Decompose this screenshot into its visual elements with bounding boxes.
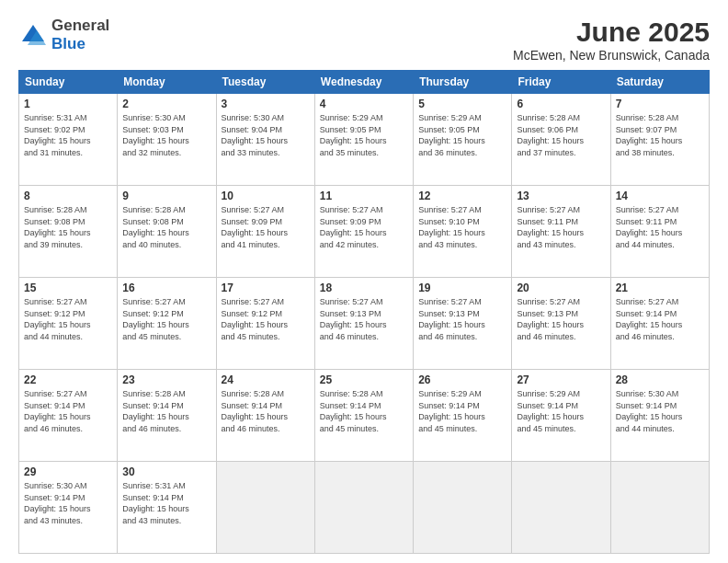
table-row: 17Sunrise: 5:27 AMSunset: 9:12 PMDayligh…	[216, 278, 314, 370]
day-number: 19	[418, 282, 506, 294]
day-info: Sunrise: 5:27 AMSunset: 9:11 PMDaylight:…	[616, 205, 683, 249]
table-row	[314, 462, 413, 554]
calendar-header-row: Sunday Monday Tuesday Wednesday Thursday…	[19, 71, 710, 94]
day-number: 29	[24, 465, 112, 478]
header: General Blue June 2025 McEwen, New Bruns…	[18, 17, 710, 63]
table-row: 3Sunrise: 5:30 AMSunset: 9:04 PMDaylight…	[216, 94, 314, 186]
day-number: 20	[517, 282, 605, 294]
header-sunday: Sunday	[19, 71, 118, 94]
table-row: 19Sunrise: 5:27 AMSunset: 9:13 PMDayligh…	[414, 278, 512, 370]
table-row: 23Sunrise: 5:28 AMSunset: 9:14 PMDayligh…	[118, 370, 216, 462]
header-wednesday: Wednesday	[314, 71, 413, 94]
table-row: 18Sunrise: 5:27 AMSunset: 9:13 PMDayligh…	[314, 278, 413, 370]
day-number: 27	[517, 373, 605, 386]
day-number: 1	[24, 98, 112, 110]
title-block: June 2025 McEwen, New Brunswick, Canada	[513, 17, 710, 63]
day-number: 22	[24, 373, 112, 386]
logo-icon	[18, 23, 48, 47]
day-info: Sunrise: 5:29 AMSunset: 9:14 PMDaylight:…	[517, 389, 584, 433]
day-number: 2	[122, 98, 210, 110]
table-row: 9Sunrise: 5:28 AMSunset: 9:08 PMDaylight…	[118, 186, 216, 278]
table-row: 1Sunrise: 5:31 AMSunset: 9:02 PMDaylight…	[19, 94, 118, 186]
table-row: 2Sunrise: 5:30 AMSunset: 9:03 PMDaylight…	[118, 94, 216, 186]
day-number: 6	[517, 98, 605, 110]
day-info: Sunrise: 5:27 AMSunset: 9:14 PMDaylight:…	[616, 297, 683, 341]
header-thursday: Thursday	[414, 71, 512, 94]
day-info: Sunrise: 5:28 AMSunset: 9:06 PMDaylight:…	[517, 113, 584, 157]
header-monday: Monday	[118, 71, 216, 94]
day-number: 3	[222, 98, 310, 110]
table-row: 6Sunrise: 5:28 AMSunset: 9:06 PMDaylight…	[512, 94, 610, 186]
day-info: Sunrise: 5:28 AMSunset: 9:07 PMDaylight:…	[616, 113, 683, 157]
table-row: 24Sunrise: 5:28 AMSunset: 9:14 PMDayligh…	[216, 370, 314, 462]
day-info: Sunrise: 5:28 AMSunset: 9:14 PMDaylight:…	[320, 389, 387, 433]
day-info: Sunrise: 5:29 AMSunset: 9:14 PMDaylight:…	[418, 389, 485, 433]
day-info: Sunrise: 5:30 AMSunset: 9:14 PMDaylight:…	[616, 389, 683, 433]
day-number: 11	[320, 190, 408, 202]
day-info: Sunrise: 5:28 AMSunset: 9:08 PMDaylight:…	[24, 205, 91, 249]
table-row: 22Sunrise: 5:27 AMSunset: 9:14 PMDayligh…	[19, 370, 118, 462]
table-row: 27Sunrise: 5:29 AMSunset: 9:14 PMDayligh…	[512, 370, 610, 462]
table-row: 20Sunrise: 5:27 AMSunset: 9:13 PMDayligh…	[512, 278, 610, 370]
calendar-subtitle: McEwen, New Brunswick, Canada	[513, 48, 710, 63]
day-info: Sunrise: 5:28 AMSunset: 9:14 PMDaylight:…	[222, 389, 289, 433]
table-row: 28Sunrise: 5:30 AMSunset: 9:14 PMDayligh…	[610, 370, 709, 462]
logo: General Blue	[18, 17, 109, 53]
day-info: Sunrise: 5:30 AMSunset: 9:04 PMDaylight:…	[222, 113, 289, 157]
day-info: Sunrise: 5:27 AMSunset: 9:12 PMDaylight:…	[24, 297, 91, 341]
table-row: 11Sunrise: 5:27 AMSunset: 9:09 PMDayligh…	[314, 186, 413, 278]
day-number: 24	[222, 373, 310, 386]
day-number: 10	[222, 190, 310, 202]
header-saturday: Saturday	[610, 71, 709, 94]
calendar-title: June 2025	[513, 17, 710, 48]
table-row: 30Sunrise: 5:31 AMSunset: 9:14 PMDayligh…	[118, 462, 216, 554]
table-row: 5Sunrise: 5:29 AMSunset: 9:05 PMDaylight…	[414, 94, 512, 186]
day-info: Sunrise: 5:27 AMSunset: 9:13 PMDaylight:…	[320, 297, 387, 341]
day-number: 26	[418, 373, 506, 386]
table-row: 21Sunrise: 5:27 AMSunset: 9:14 PMDayligh…	[610, 278, 709, 370]
table-row	[610, 462, 709, 554]
table-row	[216, 462, 314, 554]
day-info: Sunrise: 5:27 AMSunset: 9:10 PMDaylight:…	[418, 205, 485, 249]
table-row: 16Sunrise: 5:27 AMSunset: 9:12 PMDayligh…	[118, 278, 216, 370]
table-row: 7Sunrise: 5:28 AMSunset: 9:07 PMDaylight…	[610, 94, 709, 186]
page: General Blue June 2025 McEwen, New Bruns…	[0, 0, 728, 563]
table-row: 13Sunrise: 5:27 AMSunset: 9:11 PMDayligh…	[512, 186, 610, 278]
day-number: 5	[418, 98, 506, 110]
day-number: 17	[222, 282, 310, 294]
day-info: Sunrise: 5:28 AMSunset: 9:14 PMDaylight:…	[122, 389, 189, 433]
day-number: 4	[320, 98, 408, 110]
table-row: 25Sunrise: 5:28 AMSunset: 9:14 PMDayligh…	[314, 370, 413, 462]
day-number: 12	[418, 190, 506, 202]
day-info: Sunrise: 5:29 AMSunset: 9:05 PMDaylight:…	[418, 113, 485, 157]
table-row	[414, 462, 512, 554]
table-row	[512, 462, 610, 554]
day-number: 16	[122, 282, 210, 294]
day-info: Sunrise: 5:30 AMSunset: 9:14 PMDaylight:…	[24, 481, 91, 525]
day-number: 13	[517, 190, 605, 202]
day-info: Sunrise: 5:27 AMSunset: 9:13 PMDaylight:…	[517, 297, 584, 341]
day-info: Sunrise: 5:28 AMSunset: 9:08 PMDaylight:…	[122, 205, 189, 249]
day-info: Sunrise: 5:31 AMSunset: 9:14 PMDaylight:…	[122, 481, 189, 525]
header-tuesday: Tuesday	[216, 71, 314, 94]
day-info: Sunrise: 5:29 AMSunset: 9:05 PMDaylight:…	[320, 113, 387, 157]
day-number: 28	[616, 373, 704, 386]
header-friday: Friday	[512, 71, 610, 94]
day-number: 8	[24, 190, 112, 202]
day-info: Sunrise: 5:27 AMSunset: 9:13 PMDaylight:…	[418, 297, 485, 341]
day-number: 23	[122, 373, 210, 386]
day-number: 14	[616, 190, 704, 202]
day-info: Sunrise: 5:27 AMSunset: 9:11 PMDaylight:…	[517, 205, 584, 249]
day-info: Sunrise: 5:27 AMSunset: 9:14 PMDaylight:…	[24, 389, 91, 433]
logo-blue-text: Blue	[51, 35, 85, 52]
day-number: 25	[320, 373, 408, 386]
table-row: 8Sunrise: 5:28 AMSunset: 9:08 PMDaylight…	[19, 186, 118, 278]
calendar-table: Sunday Monday Tuesday Wednesday Thursday…	[18, 70, 710, 554]
table-row: 4Sunrise: 5:29 AMSunset: 9:05 PMDaylight…	[314, 94, 413, 186]
table-row: 12Sunrise: 5:27 AMSunset: 9:10 PMDayligh…	[414, 186, 512, 278]
calendar-body: 1Sunrise: 5:31 AMSunset: 9:02 PMDaylight…	[19, 94, 710, 554]
day-number: 21	[616, 282, 704, 294]
day-info: Sunrise: 5:27 AMSunset: 9:12 PMDaylight:…	[122, 297, 189, 341]
day-info: Sunrise: 5:31 AMSunset: 9:02 PMDaylight:…	[24, 113, 91, 157]
table-row: 29Sunrise: 5:30 AMSunset: 9:14 PMDayligh…	[19, 462, 118, 554]
